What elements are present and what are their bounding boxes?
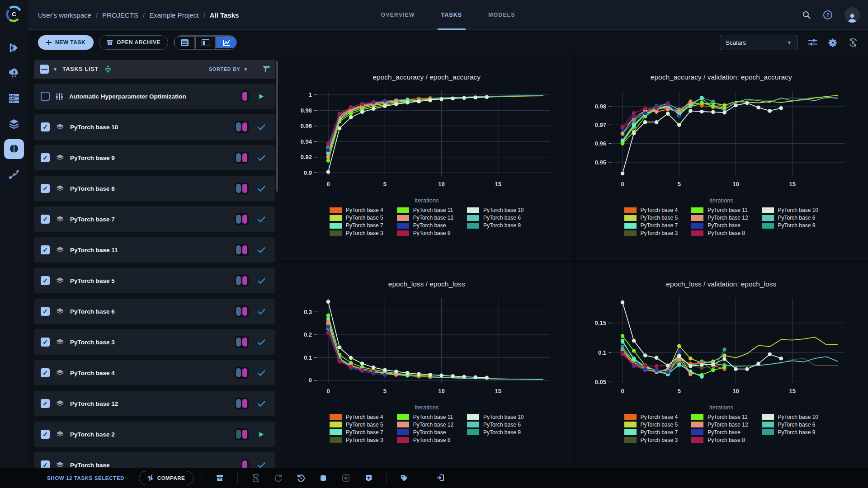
legend-item[interactable]: PyTorch base 8 xyxy=(691,230,748,236)
abort-all-button[interactable] xyxy=(335,474,357,482)
legend-item[interactable]: PyTorch base 12 xyxy=(397,215,453,221)
breadcrumb-item[interactable]: Example Project xyxy=(149,11,198,19)
legend-item[interactable]: PyTorch base xyxy=(691,222,748,229)
task-row[interactable]: ✓PyTorch base 5 xyxy=(34,268,275,293)
task-row[interactable]: Automatic Hyperparameter Optimization xyxy=(34,84,275,109)
legend-item[interactable]: PyTorch base xyxy=(397,222,453,229)
legend-item[interactable]: PyTorch base 11 xyxy=(691,414,748,420)
tab-overview[interactable]: OVERVIEW xyxy=(381,0,415,30)
sidebar-item-datasets[interactable] xyxy=(4,114,24,134)
legend-item[interactable]: PyTorch base 10 xyxy=(467,414,524,420)
legend-item[interactable]: PyTorch base 10 xyxy=(762,207,818,213)
legend-item[interactable]: PyTorch base 9 xyxy=(762,222,818,229)
show-selected-button[interactable]: SHOW 12 TASKS SELECTED xyxy=(47,475,124,481)
publish-button[interactable] xyxy=(357,474,380,482)
legend-item[interactable]: PyTorch base 12 xyxy=(691,215,748,221)
legend-item[interactable]: PyTorch base xyxy=(397,429,453,436)
task-checkbox[interactable]: ✓ xyxy=(41,307,50,316)
tags-button[interactable] xyxy=(393,474,415,482)
task-checkbox[interactable]: ✓ xyxy=(41,430,50,439)
help-icon[interactable]: ? xyxy=(823,10,833,20)
task-row[interactable]: ✓PyTorch base 11 xyxy=(34,237,275,263)
legend-item[interactable]: PyTorch base 3 xyxy=(624,230,678,236)
legend-item[interactable]: PyTorch base 12 xyxy=(691,422,748,428)
legend-item[interactable]: PyTorch base 9 xyxy=(467,222,524,229)
tune-settings-icon[interactable] xyxy=(808,38,817,47)
task-row[interactable]: ✓PyTorch base 9 xyxy=(34,145,275,170)
legend-item[interactable]: PyTorch base 6 xyxy=(762,422,818,428)
tab-models[interactable]: MODELS xyxy=(488,0,515,30)
legend-item[interactable]: PyTorch base 7 xyxy=(330,222,383,229)
user-avatar[interactable] xyxy=(844,7,860,23)
legend-item[interactable]: PyTorch base 9 xyxy=(467,429,524,436)
legend-item[interactable]: PyTorch base 4 xyxy=(330,207,383,213)
legend-item[interactable]: PyTorch base 11 xyxy=(397,207,453,213)
task-checkbox[interactable]: ✓ xyxy=(41,338,50,347)
task-row[interactable]: ✓PyTorch base 2 xyxy=(34,422,275,447)
legend-item[interactable]: PyTorch base 8 xyxy=(397,437,453,443)
plot-area[interactable]: 0510150.050.10.15 xyxy=(575,295,868,403)
filter-icon[interactable] xyxy=(262,66,270,73)
task-row[interactable]: ✓PyTorch base 12 xyxy=(34,391,275,416)
chart-view-button[interactable] xyxy=(216,36,236,49)
task-row[interactable]: ✓PyTorch base 8 xyxy=(34,176,275,201)
legend-item[interactable]: PyTorch base 7 xyxy=(330,429,383,436)
legend-item[interactable]: PyTorch base 5 xyxy=(330,215,383,221)
clearml-logo[interactable]: C xyxy=(5,5,23,23)
sorted-by-control[interactable]: SORTED BY ▼ xyxy=(209,66,248,72)
legend-item[interactable]: PyTorch base 7 xyxy=(624,222,678,229)
legend-item[interactable]: PyTorch base 7 xyxy=(624,429,678,436)
legend-item[interactable]: PyTorch base 4 xyxy=(624,207,678,213)
legend-item[interactable]: PyTorch base 5 xyxy=(624,215,678,221)
task-checkbox[interactable]: ✓ xyxy=(41,153,50,162)
auto-refresh-icon[interactable] xyxy=(848,38,858,47)
sidebar-item-projects-brain[interactable] xyxy=(4,139,24,159)
archive-button[interactable] xyxy=(208,474,231,482)
legend-item[interactable]: PyTorch base xyxy=(691,429,748,436)
refresh-button[interactable] xyxy=(267,474,289,482)
sidebar-item-pipelines[interactable] xyxy=(4,164,24,184)
legend-item[interactable]: PyTorch base 10 xyxy=(467,207,524,213)
task-checkbox[interactable]: ✓ xyxy=(41,276,50,285)
task-row[interactable]: ✓PyTorch base xyxy=(34,452,275,468)
move-to-project-button[interactable] xyxy=(429,474,451,481)
legend-item[interactable]: PyTorch base 11 xyxy=(397,414,453,420)
breadcrumb-item[interactable]: PROJECTS xyxy=(102,11,138,19)
task-checkbox[interactable]: ✓ xyxy=(41,368,50,377)
task-row[interactable]: ✓PyTorch base 6 xyxy=(34,299,275,324)
sidebar-item-queues-servers[interactable] xyxy=(4,89,24,108)
task-checkbox[interactable]: ✓ xyxy=(41,460,50,468)
legend-item[interactable]: PyTorch base 9 xyxy=(762,429,818,436)
legend-item[interactable]: PyTorch base 4 xyxy=(624,414,678,420)
sidebar-item-cloud-workers[interactable] xyxy=(4,63,24,83)
split-view-button[interactable] xyxy=(195,36,216,49)
stop-button[interactable] xyxy=(312,475,335,481)
gear-icon[interactable] xyxy=(828,38,837,47)
task-row[interactable]: ✓PyTorch base 3 xyxy=(34,329,275,355)
task-checkbox[interactable]: ✓ xyxy=(41,245,50,254)
metric-type-select[interactable]: Scalars ▼ xyxy=(720,35,797,50)
select-all-chevron-icon[interactable]: ▼ xyxy=(53,67,57,72)
legend-item[interactable]: PyTorch base 6 xyxy=(467,215,524,221)
legend-item[interactable]: PyTorch base 3 xyxy=(624,437,678,443)
select-all-checkbox[interactable]: — xyxy=(40,65,49,74)
task-row[interactable]: ✓PyTorch base 4 xyxy=(34,360,275,385)
plot-area[interactable]: 0510150.90.920.940.960.981 xyxy=(280,88,574,196)
enqueue-button[interactable] xyxy=(244,474,267,482)
legend-item[interactable]: PyTorch base 8 xyxy=(691,437,748,443)
legend-item[interactable]: PyTorch base 4 xyxy=(330,414,383,420)
task-checkbox[interactable]: ✓ xyxy=(41,184,50,193)
legend-item[interactable]: PyTorch base 3 xyxy=(330,437,383,443)
task-row[interactable]: ✓PyTorch base 7 xyxy=(34,206,275,232)
legend-item[interactable]: PyTorch base 8 xyxy=(397,230,453,236)
new-task-button[interactable]: NEW TASK xyxy=(38,35,94,50)
legend-item[interactable]: PyTorch base 5 xyxy=(624,422,678,428)
reset-button[interactable] xyxy=(289,474,312,482)
task-row[interactable]: ✓PyTorch base 10 xyxy=(34,114,275,140)
table-view-button[interactable] xyxy=(174,36,195,49)
plot-area[interactable]: 0510150.950.960.970.98 xyxy=(575,88,868,196)
sidebar-item-getting-started[interactable] xyxy=(4,38,24,58)
open-archive-button[interactable]: OPEN ARCHIVE xyxy=(99,35,168,50)
legend-item[interactable]: PyTorch base 11 xyxy=(691,207,748,213)
search-icon[interactable] xyxy=(802,10,811,19)
